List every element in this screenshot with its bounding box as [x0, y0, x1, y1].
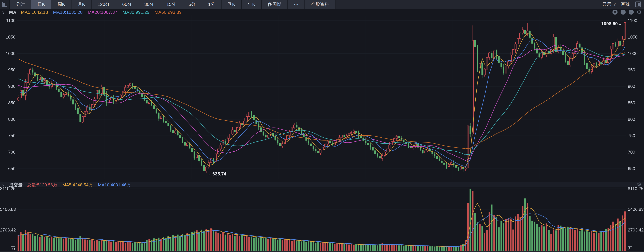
legend-value: MA30:991.29: [122, 10, 150, 15]
axis-label: 万: [0, 246, 16, 251]
legend-value: MA5:1042.18: [21, 10, 48, 15]
reset-zoom-button[interactable]: =: [612, 9, 618, 15]
period-tab-2[interactable]: 周K: [52, 0, 72, 9]
stock-chart-app: 分时日K周K月K120分60分30分15分5分1分季K年K多周期···个股资料 …: [0, 0, 644, 252]
period-tab-3[interactable]: 月K: [72, 0, 92, 9]
axis-label: 950: [628, 67, 635, 72]
axis-label: 1100: [628, 18, 637, 23]
axis-label: 750: [0, 133, 16, 138]
axis-label: 650: [628, 166, 635, 171]
axis-label: 650: [0, 166, 16, 171]
display-menu-button[interactable]: 显示 ∨: [602, 1, 616, 7]
period-tab-13[interactable]: ···: [288, 0, 305, 9]
axis-label: 万: [628, 246, 632, 251]
zoom-in-button[interactable]: +: [620, 9, 626, 15]
period-tab-11[interactable]: 年K: [242, 0, 262, 9]
collapse-volume-icon[interactable]: ∨: [2, 183, 5, 187]
axis-label: 800: [628, 117, 635, 122]
period-tabs: 分时日K周K月K120分60分30分15分5分1分季K年K多周期···个股资料: [10, 0, 336, 9]
collapse-ma-icon[interactable]: ∨: [2, 10, 5, 15]
legend-value: MA10:4031.46万: [98, 182, 131, 188]
axis-label: 800: [0, 117, 16, 122]
legend-value: MA60:993.89: [154, 10, 182, 15]
volume-title: 成交量: [9, 182, 23, 188]
zoom-out-button[interactable]: −: [629, 9, 634, 15]
toolbar-right-group: 显示 ∨ 画线: [602, 0, 644, 9]
ma-indicator-title: MA: [9, 10, 16, 15]
draw-line-label: 画线: [621, 1, 630, 7]
legend-value: MA20:1007.37: [88, 10, 117, 15]
period-tab-14[interactable]: 个股资料: [305, 0, 336, 9]
axis-label: 1000: [628, 51, 638, 56]
axis-label: 1000: [0, 51, 16, 56]
legend-value: MA10:1035.28: [53, 10, 83, 15]
chevron-down-icon: ∨: [613, 2, 616, 6]
axis-label: 5406.83: [0, 207, 16, 212]
chart-canvas[interactable]: [0, 0, 644, 252]
chart-zoom-controls: = + − ⚙: [612, 9, 642, 15]
volume-settings-gear-icon[interactable]: ⚙: [637, 182, 642, 187]
axis-label: 850: [0, 100, 16, 105]
high-price-annotation: 1098.60→: [601, 21, 622, 26]
ma-values: MA5:1042.18MA10:1035.28MA20:1007.37MA30:…: [21, 10, 182, 15]
axis-label: 900: [628, 84, 635, 89]
period-tab-7[interactable]: 15分: [160, 0, 182, 9]
axis-label: 5406.83: [628, 207, 644, 212]
axis-label: 700: [628, 149, 635, 155]
chart-layout-button[interactable]: [0, 0, 10, 9]
volume-values: 总量:5120.56万MA5:4248.54万MA10:4031.46万: [27, 182, 131, 188]
volume-legend: ∨ 成交量 总量:5120.56万MA5:4248.54万MA10:4031.4…: [2, 182, 131, 188]
legend-value: 总量:5120.56万: [27, 182, 57, 188]
period-tab-6[interactable]: 30分: [138, 0, 160, 9]
kline-panel-icon: [2, 2, 8, 7]
axis-label: 1050: [0, 34, 16, 39]
period-tab-0[interactable]: 分时: [10, 0, 31, 9]
display-menu-label: 显示: [602, 1, 611, 7]
axis-label: 750: [628, 133, 635, 138]
side-panel-icon: [635, 1, 641, 7]
axis-label: 2703.42: [628, 228, 644, 233]
axis-label: 850: [628, 100, 635, 105]
period-tab-12[interactable]: 多周期: [262, 0, 288, 9]
ma-indicator-legend: ∨ MA MA5:1042.18MA10:1035.28MA20:1007.37…: [2, 10, 182, 15]
axis-label: 1100: [0, 18, 16, 23]
time-axis-strip: [0, 251, 644, 252]
period-tab-9[interactable]: 1分: [202, 0, 222, 9]
period-tab-1[interactable]: 日K: [31, 0, 52, 9]
draw-line-button[interactable]: 画线: [621, 1, 630, 7]
low-price-annotation: ←635.74: [208, 171, 226, 177]
axis-label: 1050: [628, 34, 638, 39]
side-panel-toggle-button[interactable]: [635, 1, 641, 7]
period-tab-4[interactable]: 120分: [92, 0, 116, 9]
axis-label: 950: [0, 67, 16, 72]
period-toolbar: 分时日K周K月K120分60分30分15分5分1分季K年K多周期···个股资料 …: [0, 0, 644, 9]
legend-value: MA5:4248.54万: [62, 182, 93, 188]
axis-label: 2703.42: [0, 228, 16, 233]
period-tab-10[interactable]: 季K: [222, 0, 242, 9]
period-tab-8[interactable]: 5分: [182, 0, 202, 9]
axis-label: 900: [0, 84, 16, 89]
indicator-settings-gear-icon[interactable]: ⚙: [637, 9, 642, 15]
axis-label: 700: [0, 149, 16, 155]
period-tab-5[interactable]: 60分: [116, 0, 138, 9]
